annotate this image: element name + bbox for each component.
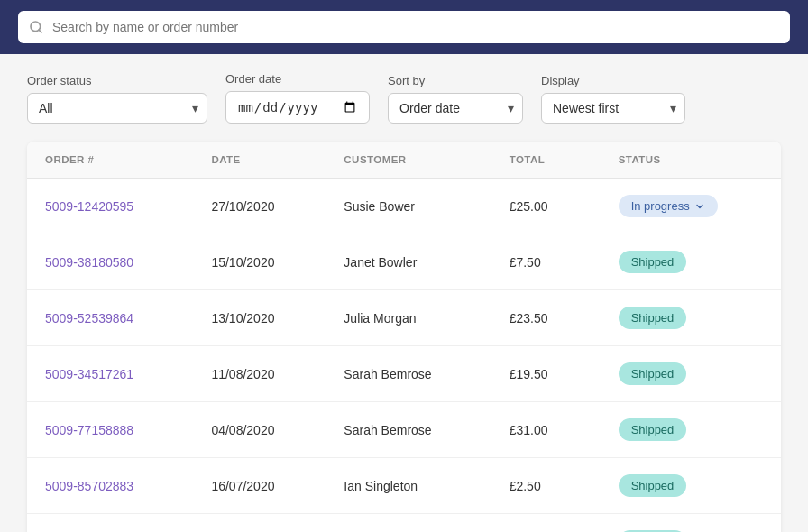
sort-by-select[interactable]: Order date Customer Total <box>388 93 523 124</box>
cell-status: Shipped <box>601 514 781 533</box>
cell-total: £23.50 <box>491 290 601 346</box>
order-link[interactable]: 5009-38180580 <box>45 255 133 270</box>
cell-status: Shipped <box>601 290 781 346</box>
status-badge: Shipped <box>619 362 687 385</box>
cell-order: 5009-12420595 <box>27 179 193 234</box>
status-badge: Shipped <box>619 418 687 441</box>
cell-order: 5009-77158888 <box>27 402 193 458</box>
sort-by-filter: Sort by Order date Customer Total ▾ <box>388 74 523 124</box>
order-link[interactable]: 5009-34517261 <box>45 367 133 381</box>
display-label: Display <box>541 74 685 87</box>
cell-order: 5009-52539864 <box>27 290 193 346</box>
table-body: 5009-12420595 27/10/2020 Susie Bower £25… <box>27 179 781 533</box>
cell-total: £2.50 <box>491 458 601 514</box>
table-header: ORDER # DATE CUSTOMER TOTAL STATUS <box>27 142 781 179</box>
cell-total: £7.50 <box>491 234 601 290</box>
col-customer: CUSTOMER <box>326 142 491 179</box>
table-row: 5009-12420595 27/10/2020 Susie Bower £25… <box>27 179 781 234</box>
table-row: 5009-38180580 15/10/2020 Janet Bowler £7… <box>27 234 781 290</box>
cell-date: 13/10/2020 <box>193 290 326 346</box>
cell-total: £25.00 <box>491 179 601 234</box>
cell-date: 27/10/2020 <box>193 179 326 234</box>
cell-status: Shipped <box>601 234 781 290</box>
status-badge: Shipped <box>619 251 687 273</box>
status-badge: Shipped <box>619 474 687 497</box>
order-link[interactable]: 5009-77158888 <box>45 423 133 437</box>
order-date-label: Order date <box>225 72 370 86</box>
cell-total: £19.50 <box>491 346 601 402</box>
display-select[interactable]: Newest first Oldest first <box>541 93 685 124</box>
table-row: 5009-34517261 11/08/2020 Sarah Bemrose £… <box>27 346 781 402</box>
order-status-label: Order status <box>27 74 207 87</box>
cell-order: 5009-85702883 <box>27 458 193 514</box>
status-badge: Shipped <box>619 307 687 329</box>
cell-customer: Sarah Bemrose <box>326 346 491 402</box>
col-total: TOTAL <box>491 142 601 179</box>
col-order: ORDER # <box>27 142 193 179</box>
cell-date: 04/08/2020 <box>193 402 326 458</box>
order-status-filter: Order status All In progress Shipped Can… <box>27 74 207 124</box>
cell-total: £31.00 <box>491 402 601 458</box>
cell-date: 15/10/2020 <box>193 234 326 290</box>
cell-order: 5009-34517261 <box>27 346 193 402</box>
search-input-wrapper <box>18 11 790 43</box>
order-status-select[interactable]: All In progress Shipped Cancelled <box>27 93 207 124</box>
cell-customer: Emilly Iles <box>326 514 491 533</box>
status-badge[interactable]: In progress <box>619 195 718 217</box>
orders-table-container: ORDER # DATE CUSTOMER TOTAL STATUS 5009-… <box>27 142 781 532</box>
order-link[interactable]: 5009-12420595 <box>45 199 133 214</box>
order-date-input[interactable] <box>225 91 370 124</box>
order-link[interactable]: 5009-52539864 <box>45 311 133 326</box>
table-row: 5009-52539864 13/10/2020 Julia Morgan £2… <box>27 290 781 346</box>
cell-total: £180.00 <box>491 514 601 533</box>
search-input[interactable] <box>18 11 790 43</box>
orders-table: ORDER # DATE CUSTOMER TOTAL STATUS 5009-… <box>27 142 781 532</box>
search-bar <box>0 0 808 54</box>
display-filter: Display Newest first Oldest first ▾ <box>541 74 685 124</box>
cell-customer: Julia Morgan <box>326 290 491 346</box>
order-date-filter: Order date <box>225 72 370 124</box>
cell-date: 14/07/2020 <box>193 514 326 533</box>
cell-status: In progress <box>601 179 781 234</box>
sort-by-label: Sort by <box>388 74 523 87</box>
table-row: 5009-50892013 14/07/2020 Emilly Iles £18… <box>27 514 781 533</box>
cell-date: 16/07/2020 <box>193 458 326 514</box>
svg-line-1 <box>39 30 41 32</box>
search-icon <box>29 20 43 34</box>
cell-customer: Janet Bowler <box>326 234 491 290</box>
cell-order: 5009-38180580 <box>27 234 193 290</box>
cell-customer: Susie Bower <box>326 179 491 234</box>
table-row: 5009-85702883 16/07/2020 Ian Singleton £… <box>27 458 781 514</box>
order-link[interactable]: 5009-85702883 <box>45 479 133 493</box>
col-date: DATE <box>193 142 326 179</box>
col-status: STATUS <box>601 142 781 179</box>
cell-status: Shipped <box>601 346 781 402</box>
cell-order: 5009-50892013 <box>27 514 193 533</box>
filters-bar: Order status All In progress Shipped Can… <box>0 54 808 142</box>
cell-customer: Ian Singleton <box>326 458 491 514</box>
cell-status: Shipped <box>601 458 781 514</box>
cell-status: Shipped <box>601 402 781 458</box>
cell-date: 11/08/2020 <box>193 346 326 402</box>
cell-customer: Sarah Bemrose <box>326 402 491 458</box>
table-row: 5009-77158888 04/08/2020 Sarah Bemrose £… <box>27 402 781 458</box>
